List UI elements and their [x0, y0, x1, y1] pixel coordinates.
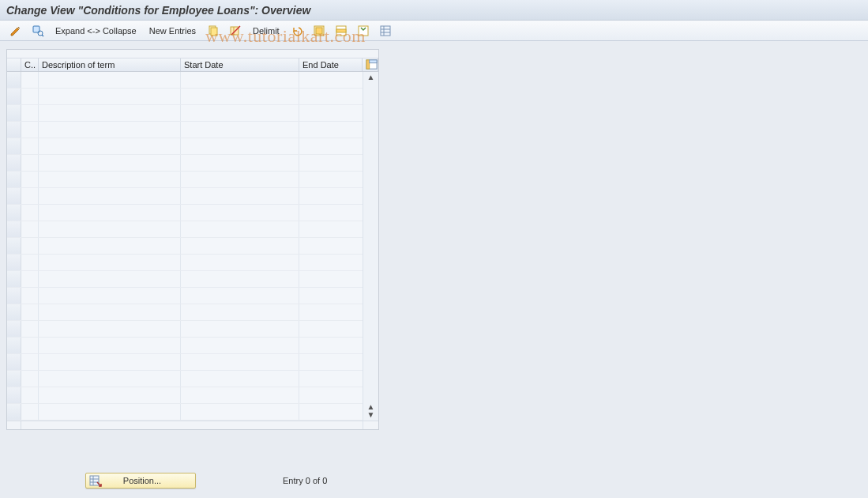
- copy-as-button[interactable]: [204, 23, 223, 39]
- cell-description[interactable]: [39, 338, 181, 353]
- cell-description[interactable]: [39, 138, 181, 154]
- table-row[interactable]: [7, 371, 363, 387]
- table-row[interactable]: [7, 271, 363, 288]
- row-selector[interactable]: [7, 387, 21, 403]
- cell-description[interactable]: [39, 105, 181, 121]
- row-selector[interactable]: [7, 371, 21, 387]
- cell-description[interactable]: [39, 238, 181, 254]
- cell-code[interactable]: [21, 271, 39, 287]
- cell-start-date[interactable]: [181, 371, 299, 387]
- table-row[interactable]: [7, 172, 363, 188]
- cell-description[interactable]: [39, 188, 181, 204]
- delimit-button[interactable]: Delimit: [248, 23, 284, 39]
- cell-code[interactable]: [21, 338, 39, 353]
- table-row[interactable]: [7, 255, 363, 271]
- cell-code[interactable]: [21, 89, 39, 104]
- cell-description[interactable]: [39, 122, 181, 138]
- cell-start-date[interactable]: [181, 105, 299, 121]
- row-selector[interactable]: [7, 271, 21, 287]
- cell-start-date[interactable]: [181, 238, 299, 254]
- row-selector[interactable]: [7, 138, 21, 154]
- cell-code[interactable]: [21, 155, 39, 171]
- cell-code[interactable]: [21, 321, 39, 337]
- row-selector[interactable]: [7, 354, 21, 370]
- row-selector[interactable]: [7, 321, 21, 337]
- cell-end-date[interactable]: [299, 238, 363, 254]
- table-row[interactable]: [7, 89, 363, 105]
- cell-end-date[interactable]: [299, 188, 363, 204]
- select-block-button[interactable]: [332, 23, 351, 39]
- row-selector-header[interactable]: [7, 58, 21, 71]
- cell-code[interactable]: [21, 72, 39, 88]
- cell-description[interactable]: [39, 155, 181, 171]
- row-selector[interactable]: [7, 122, 21, 138]
- cell-code[interactable]: [21, 172, 39, 187]
- cell-code[interactable]: [21, 255, 39, 270]
- row-selector[interactable]: [7, 155, 21, 171]
- cell-end-date[interactable]: [299, 288, 363, 304]
- cell-end-date[interactable]: [299, 172, 363, 187]
- delete-button[interactable]: [226, 23, 245, 39]
- cell-start-date[interactable]: [181, 354, 299, 370]
- row-selector[interactable]: [7, 221, 21, 237]
- cell-start-date[interactable]: [181, 138, 299, 154]
- table-row[interactable]: [7, 288, 363, 304]
- expand-collapse-button[interactable]: Expand <-> Collapse: [51, 23, 141, 39]
- row-selector[interactable]: [7, 338, 21, 353]
- cell-start-date[interactable]: [181, 188, 299, 204]
- vertical-scrollbar[interactable]: ▲ ▲ ▼: [363, 72, 378, 421]
- cell-description[interactable]: [39, 404, 181, 420]
- cell-end-date[interactable]: [299, 271, 363, 287]
- table-row[interactable]: [7, 105, 363, 122]
- cell-code[interactable]: [21, 354, 39, 370]
- print-button[interactable]: [376, 23, 395, 39]
- cell-end-date[interactable]: [299, 255, 363, 270]
- cell-description[interactable]: [39, 371, 181, 387]
- row-selector[interactable]: [7, 188, 21, 204]
- horizontal-scrollbar[interactable]: [21, 421, 363, 429]
- cell-description[interactable]: [39, 205, 181, 221]
- cell-start-date[interactable]: [181, 255, 299, 270]
- cell-description[interactable]: [39, 89, 181, 104]
- configure-columns-button[interactable]: [363, 58, 378, 71]
- cell-start-date[interactable]: [181, 304, 299, 320]
- cell-start-date[interactable]: [181, 72, 299, 88]
- col-header-start-date[interactable]: Start Date: [181, 58, 299, 71]
- cell-code[interactable]: [21, 404, 39, 420]
- cell-description[interactable]: [39, 321, 181, 337]
- cell-description[interactable]: [39, 172, 181, 187]
- row-selector[interactable]: [7, 72, 21, 88]
- cell-end-date[interactable]: [299, 105, 363, 121]
- cell-code[interactable]: [21, 238, 39, 254]
- cell-code[interactable]: [21, 122, 39, 138]
- cell-code[interactable]: [21, 387, 39, 403]
- row-selector[interactable]: [7, 304, 21, 320]
- cell-end-date[interactable]: [299, 338, 363, 353]
- cell-code[interactable]: [21, 371, 39, 387]
- scroll-up-icon[interactable]: ▲: [367, 74, 375, 81]
- row-selector[interactable]: [7, 255, 21, 270]
- cell-start-date[interactable]: [181, 338, 299, 353]
- cell-start-date[interactable]: [181, 122, 299, 138]
- cell-description[interactable]: [39, 354, 181, 370]
- cell-end-date[interactable]: [299, 304, 363, 320]
- cell-end-date[interactable]: [299, 221, 363, 237]
- table-row[interactable]: [7, 205, 363, 221]
- cell-description[interactable]: [39, 304, 181, 320]
- cell-code[interactable]: [21, 304, 39, 320]
- row-selector[interactable]: [7, 238, 21, 254]
- table-row[interactable]: [7, 321, 363, 338]
- cell-start-date[interactable]: [181, 89, 299, 104]
- cell-end-date[interactable]: [299, 354, 363, 370]
- table-row[interactable]: [7, 122, 363, 138]
- row-selector[interactable]: [7, 105, 21, 121]
- cell-end-date[interactable]: [299, 404, 363, 420]
- row-selector[interactable]: [7, 205, 21, 221]
- row-selector[interactable]: [7, 404, 21, 420]
- position-button[interactable]: Position...: [85, 473, 196, 489]
- col-header-code[interactable]: C..: [21, 58, 39, 71]
- table-row[interactable]: [7, 188, 363, 205]
- table-row[interactable]: [7, 387, 363, 404]
- cell-start-date[interactable]: [181, 221, 299, 237]
- cell-end-date[interactable]: [299, 89, 363, 104]
